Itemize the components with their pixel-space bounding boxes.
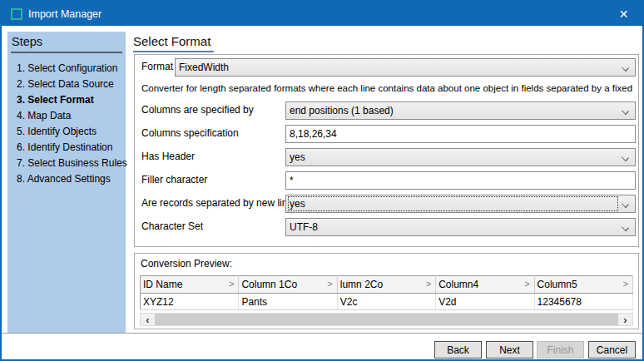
steps-sidebar: Steps 1. Select Configuration 2. Select … bbox=[7, 32, 126, 333]
cancel-button[interactable]: Cancel bbox=[588, 341, 636, 359]
has-header-value: yes bbox=[290, 151, 617, 163]
horizontal-scrollbar[interactable]: ‹ › bbox=[140, 313, 633, 326]
sort-indicator-icon: > bbox=[229, 279, 234, 289]
scroll-right-icon[interactable]: › bbox=[618, 314, 632, 325]
format-groupbox: Format FixedWidth Converter for length s… bbox=[134, 54, 639, 247]
chevron-down-icon bbox=[622, 200, 629, 208]
scroll-left-icon[interactable]: ‹ bbox=[141, 314, 155, 325]
table-row[interactable]: XYZ12 Pants V2c V2d 12345678 bbox=[141, 294, 633, 310]
import-manager-dialog: Import Manager ✕ Steps 1. Select Configu… bbox=[0, 0, 644, 361]
next-button[interactable]: Next bbox=[486, 341, 533, 359]
step-advanced-settings: 8. Advanced Settings bbox=[11, 171, 122, 186]
columns-specification-label: Columns specification bbox=[141, 127, 239, 139]
chevron-down-icon bbox=[622, 64, 629, 72]
cell-column5: 12345678 bbox=[534, 294, 632, 310]
character-set-label: Character Set bbox=[141, 220, 203, 232]
records-separated-dropdown[interactable]: yes bbox=[285, 195, 636, 213]
step-map-data: 4. Map Data bbox=[11, 107, 122, 123]
has-header-label: Has Header bbox=[141, 151, 195, 162]
character-set-dropdown[interactable]: UTF-8 bbox=[285, 218, 636, 236]
page-title: Select Format bbox=[133, 34, 211, 48]
cell-column4: V2d bbox=[436, 294, 534, 310]
page-title-underline bbox=[133, 51, 214, 52]
columns-specified-by-value: end positions (1 based) bbox=[290, 105, 617, 116]
format-label: Format bbox=[141, 61, 173, 72]
titlebar: Import Manager ✕ bbox=[2, 2, 642, 26]
conversion-preview-table: ID Name > Column 1Co > lumn 2Co > Column… bbox=[140, 275, 633, 310]
window-title: Import Manager bbox=[28, 8, 102, 20]
records-separated-label: Are records separated by new line bbox=[141, 197, 293, 209]
format-description: Converter for length separated formats w… bbox=[141, 83, 635, 93]
chevron-down-icon bbox=[622, 154, 629, 161]
sort-indicator-icon: > bbox=[426, 279, 431, 289]
column-header-column2[interactable]: lumn 2Co > bbox=[337, 276, 435, 294]
format-dropdown-value: FixedWidth bbox=[179, 62, 617, 73]
column-header-column1[interactable]: Column 1Co > bbox=[239, 276, 337, 294]
scrollbar-thumb[interactable] bbox=[155, 314, 618, 325]
conversion-preview-label: Conversion Preview: bbox=[141, 258, 232, 270]
step-identify-destination: 6. Identify Destination bbox=[11, 139, 122, 155]
sort-indicator-icon: > bbox=[327, 279, 332, 289]
records-separated-value: yes bbox=[290, 198, 617, 210]
sort-indicator-icon: > bbox=[623, 279, 628, 289]
step-select-configuration: 1. Select Configuration bbox=[11, 60, 122, 76]
step-select-data-source: 2. Select Data Source bbox=[11, 76, 122, 91]
sort-indicator-icon: > bbox=[524, 279, 529, 289]
steps-title: Steps bbox=[11, 34, 122, 53]
step-select-format: 3. Select Format bbox=[11, 91, 122, 107]
cell-column1: Pants bbox=[239, 294, 337, 310]
chevron-down-icon bbox=[622, 107, 629, 115]
columns-specified-by-dropdown[interactable]: end positions (1 based) bbox=[285, 101, 636, 120]
filler-character-input[interactable] bbox=[285, 171, 636, 190]
finish-button[interactable]: Finish bbox=[537, 341, 584, 359]
columns-specification-input[interactable] bbox=[285, 125, 636, 143]
cell-id-name: XYZ12 bbox=[141, 294, 239, 310]
has-header-dropdown[interactable]: yes bbox=[285, 148, 636, 166]
step-select-business-rules: 7. Select Business Rules bbox=[11, 155, 122, 171]
app-icon bbox=[11, 8, 22, 20]
back-button[interactable]: Back bbox=[434, 341, 482, 359]
conversion-preview-groupbox: Conversion Preview: ID Name > Column 1Co… bbox=[134, 253, 639, 329]
step-identify-objects: 5. Identify Objects bbox=[11, 123, 122, 139]
column-header-column5[interactable]: Column5 > bbox=[534, 276, 632, 294]
columns-specified-by-label: Columns are specified by bbox=[141, 104, 254, 116]
character-set-value: UTF-8 bbox=[290, 221, 617, 233]
chevron-down-icon bbox=[622, 224, 629, 231]
footer-divider bbox=[2, 333, 642, 334]
column-header-id-name[interactable]: ID Name > bbox=[141, 276, 239, 294]
cell-column2: V2c bbox=[337, 294, 435, 310]
format-dropdown[interactable]: FixedWidth bbox=[175, 58, 636, 77]
close-icon[interactable]: ✕ bbox=[605, 2, 642, 26]
column-header-column4[interactable]: Column4 > bbox=[436, 276, 534, 294]
filler-character-label: Filler character bbox=[141, 174, 207, 185]
